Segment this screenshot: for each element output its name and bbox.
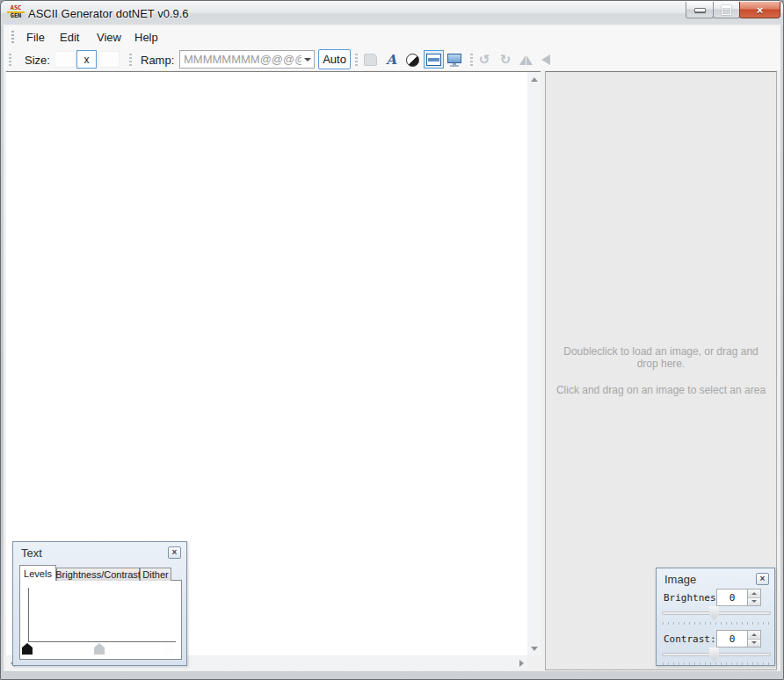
toolbar-separator: [129, 54, 132, 66]
histogram-axis: [28, 588, 176, 642]
chevron-down-icon[interactable]: [301, 58, 314, 61]
font-button[interactable]: A: [383, 52, 399, 68]
flip-horizontal-button[interactable]: [518, 52, 534, 68]
scroll-up-button[interactable]: [527, 72, 541, 86]
black-white-circle-icon: [406, 54, 419, 67]
contrast-spinner-buttons: [747, 631, 760, 647]
toolbar: Size: x Ramp: MMMMMMMM@@@@ Auto A: [4, 48, 780, 71]
flip-vertical-icon: [541, 54, 550, 65]
menu-item-view[interactable]: View: [97, 31, 121, 44]
contrast-label: Contrast:: [664, 633, 716, 645]
image-view-button[interactable]: [424, 50, 444, 69]
rotate-counterclockwise-icon: ↺: [479, 54, 490, 67]
height-input[interactable]: [98, 51, 120, 68]
brightness-slider-ticks: [663, 622, 769, 625]
font-icon: A: [386, 54, 396, 67]
arrow-down-icon: [531, 647, 538, 651]
arrow-up-icon: [531, 77, 538, 82]
menu-grip-icon[interactable]: [11, 31, 14, 43]
flip-vertical-button[interactable]: [538, 52, 554, 68]
contrast-value: 0: [717, 631, 747, 647]
app-icon: ASC GEN: [7, 5, 25, 22]
maximize-button[interactable]: [713, 2, 740, 18]
spin-down-button[interactable]: [748, 640, 760, 647]
load-image-icon: [364, 54, 377, 66]
app-icon-text-bottom: GEN: [7, 13, 25, 19]
brightness-spinner[interactable]: 0: [716, 589, 761, 606]
minimize-icon: [694, 8, 706, 12]
contrast-slider-ticks: [663, 662, 769, 665]
scroll-down-button[interactable]: [527, 641, 541, 655]
minimize-button[interactable]: [686, 2, 714, 18]
menu-item-edit[interactable]: Edit: [60, 31, 79, 44]
titlebar[interactable]: ASC GEN ASCII Generator dotNET v0.9.6 ×: [1, 1, 783, 25]
text-panel-title: Text: [21, 546, 42, 560]
arrow-up-icon: [751, 592, 757, 595]
toolbar-separator: [355, 54, 358, 66]
contrast-spinner[interactable]: 0: [716, 630, 761, 647]
tab-brightness-contrast[interactable]: Brightness/Contrast: [56, 568, 140, 581]
vertical-scrollbar[interactable]: [527, 71, 541, 655]
close-icon: ×: [172, 548, 178, 557]
menu-bar: File Edit View Help: [4, 25, 780, 48]
framed-picture-icon: [426, 54, 441, 66]
ramp-combobox[interactable]: MMMMMMMM@@@@: [179, 50, 315, 69]
menu-item-file[interactable]: File: [26, 31, 45, 44]
fullscreen-button[interactable]: [446, 52, 462, 68]
size-label: Size:: [25, 54, 50, 67]
hint-text-block: Doubleclick to load an image, or drag an…: [553, 345, 769, 396]
auto-button-label: Auto: [323, 53, 346, 66]
window-title: ASCII Generator dotNET v0.9.6: [28, 7, 189, 20]
brightness-slider-thumb[interactable]: [709, 606, 719, 620]
levels-histogram-area: [19, 580, 182, 660]
scroll-right-button[interactable]: [515, 656, 527, 670]
rotate-clockwise-icon: ↻: [500, 54, 512, 67]
levels-gray-handle[interactable]: [94, 643, 105, 655]
toolbar-grip-icon[interactable]: [9, 54, 11, 66]
image-panel-title: Image: [664, 573, 696, 586]
menu-item-help[interactable]: Help: [134, 31, 158, 44]
close-icon: ×: [757, 4, 764, 16]
brightness-spinner-buttons: [747, 590, 760, 605]
flip-horizontal-icon: [519, 55, 533, 65]
rotate-cw-button[interactable]: ↻: [497, 52, 513, 68]
image-settings-panel: Image × Brightnes 0 Contrast: 0: [656, 568, 775, 666]
levels-white-handle[interactable]: [163, 643, 174, 655]
ramp-value: MMMMMMMM@@@@: [180, 53, 301, 66]
width-input[interactable]: [54, 51, 76, 68]
toolbar-separator: [470, 54, 473, 66]
rotate-ccw-button[interactable]: ↺: [476, 52, 492, 68]
brightness-value: 0: [717, 590, 747, 605]
image-panel-close-button[interactable]: ×: [756, 573, 769, 585]
app-window: ASC GEN ASCII Generator dotNET v0.9.6 × …: [0, 0, 784, 680]
auto-button[interactable]: Auto: [318, 49, 351, 69]
close-icon: ×: [760, 575, 766, 583]
maximize-icon: [722, 5, 731, 15]
size-x-label: x: [76, 50, 97, 69]
spin-up-button[interactable]: [748, 590, 760, 598]
text-panel-close-button[interactable]: ×: [168, 546, 181, 559]
spin-down-button[interactable]: [748, 598, 760, 606]
spin-up-button[interactable]: [748, 631, 760, 640]
brightness-label: Brightnes: [664, 592, 716, 604]
scrollbar-corner: [527, 656, 541, 670]
arrow-down-icon: [751, 641, 757, 644]
ramp-label: Ramp:: [141, 54, 174, 67]
monitor-icon: [447, 53, 461, 67]
arrow-down-icon: [751, 600, 757, 603]
hint-line-1: Doubleclick to load an image, or drag an…: [553, 345, 769, 370]
close-button[interactable]: ×: [739, 2, 780, 18]
levels-black-handle[interactable]: [22, 643, 33, 655]
invert-button[interactable]: [404, 52, 420, 68]
load-image-button[interactable]: [362, 52, 378, 68]
tab-dither[interactable]: Dither: [140, 568, 171, 581]
tab-levels[interactable]: Levels: [19, 565, 56, 581]
arrow-up-icon: [751, 633, 757, 636]
contrast-slider-thumb[interactable]: [709, 647, 719, 662]
hint-line-2: Click and drag on an image to select an …: [553, 384, 769, 396]
arrow-right-icon: [519, 660, 524, 667]
text-settings-panel: Text × Levels Brightness/Contrast Dither: [12, 541, 187, 666]
